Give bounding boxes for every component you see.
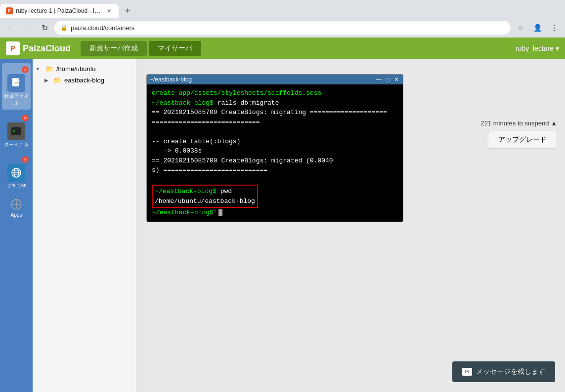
browser-icon-label: ブラウザ xyxy=(6,183,26,190)
tab-bar: P ruby-lecture-1 | PaizaCloud - Ins... ✕… xyxy=(0,0,565,18)
terminal-title: ~/eastback-blog xyxy=(150,76,373,83)
file-tree-eastback[interactable]: ▶ 📁 eastback-blog xyxy=(33,75,136,86)
back-button[interactable]: ← xyxy=(4,21,18,35)
new-tab-button[interactable]: + xyxy=(121,4,134,18)
file-tree-home[interactable]: ▾ 📁 /home/ubuntu xyxy=(33,63,136,75)
term-line-7: -> 0.0038s xyxy=(152,146,398,156)
paiza-logo-icon: P xyxy=(6,41,20,55)
terminal-icon-box: $_ xyxy=(7,122,25,140)
upgrade-button[interactable]: アップグレード xyxy=(488,131,557,149)
tree-expand-home: ▾ xyxy=(37,66,43,72)
tab-close-button[interactable]: ✕ xyxy=(105,7,113,15)
sidebar-item-terminal[interactable]: ✕ $_ ターミナル xyxy=(2,112,31,151)
file-icon-label: 新規ファイル xyxy=(4,93,29,107)
terminal-titlebar: ~/eastback-blog — □ ✕ xyxy=(147,75,403,84)
reload-button[interactable]: ↻ xyxy=(38,21,51,35)
new-server-button[interactable]: 新規サーバ作成 xyxy=(81,41,147,56)
sidebar-item-file[interactable]: ✕ 新規ファイル xyxy=(2,63,31,110)
file-tree: ▾ 📁 /home/ubuntu ▶ 📁 eastback-blog xyxy=(33,59,136,392)
term-line-2: ~/eastback-blog$ rails db:migrate xyxy=(152,98,398,108)
active-tab[interactable]: P ruby-lecture-1 | PaizaCloud - Ins... ✕ xyxy=(0,4,119,18)
menu-button[interactable]: ⋮ xyxy=(547,21,561,35)
eastback-folder-label: eastback-blog xyxy=(64,77,104,84)
suspend-text: 221 minutes to suspend ▲ xyxy=(480,119,557,127)
terminal-window: ~/eastback-blog — □ ✕ create app/assets/… xyxy=(146,74,403,222)
term-line-3: == 20210215085700 CreateBlogs: migrating… xyxy=(152,108,398,118)
folder-icon-home: 📁 xyxy=(45,65,53,73)
sidebar-icons: ✕ 新規ファイル ✕ $_ xyxy=(0,59,33,392)
apps-icon-box xyxy=(9,197,23,211)
logo-text: PaizaCloud xyxy=(23,43,71,54)
tab-title: ruby-lecture-1 | PaizaCloud - Ins... xyxy=(16,7,102,14)
user-label: ruby_lecture xyxy=(516,44,554,52)
term-cursor xyxy=(218,209,222,216)
term-line-11: ~/eastback-blog$ pwd xyxy=(155,187,255,196)
term-line-8: == 20210215085700 CreateBlogs: migrated … xyxy=(152,156,398,166)
address-bar: ← → ↻ 🔒 paiza.cloud/containers ☆ 👤 ⋮ xyxy=(0,18,565,38)
term-line-5 xyxy=(152,127,398,137)
my-server-button[interactable]: マイサーバ xyxy=(149,41,201,56)
term-line-9: s) =========================== xyxy=(152,165,398,175)
profile-icon[interactable]: 👤 xyxy=(530,21,544,35)
top-right-info: 221 minutes to suspend ▲ アップグレード xyxy=(473,117,565,152)
message-icon: ✉ xyxy=(462,368,472,376)
lock-icon: 🔒 xyxy=(60,24,68,31)
term-line-1: create app/assets/stylesheets/scaffolds.… xyxy=(152,88,398,98)
forward-button[interactable]: → xyxy=(21,21,35,35)
terminal-body[interactable]: create app/assets/stylesheets/scaffolds.… xyxy=(147,84,403,222)
term-highlight-block: ~/eastback-blog$ pwd /home/ubuntu/eastba… xyxy=(152,185,258,208)
close-browser-panel[interactable]: ✕ xyxy=(22,156,29,163)
folder-icon-eastback: 📁 xyxy=(53,77,61,84)
close-file-panel[interactable]: ✕ xyxy=(22,66,29,73)
paiza-logo: P PaizaCloud xyxy=(6,41,71,55)
paiza-header: P PaizaCloud 新規サーバ作成 マイサーバ ruby_lecture … xyxy=(0,38,565,59)
term-line-12: /home/ubuntu/eastback-blog xyxy=(155,196,255,206)
apps-icon-label: Apps xyxy=(11,212,22,218)
close-terminal-panel[interactable]: ✕ xyxy=(22,115,29,121)
terminal-minimize-button[interactable]: — xyxy=(375,76,382,83)
sidebar-item-browser[interactable]: ✕ ブラウザ xyxy=(2,153,31,193)
file-icon-box xyxy=(7,74,25,92)
main-content: ✕ 新規ファイル ✕ $_ xyxy=(0,59,565,392)
suspend-icon: ▲ xyxy=(551,119,557,127)
terminal-close-button[interactable]: ✕ xyxy=(393,76,400,83)
term-line-4: ============================ xyxy=(152,118,398,127)
logo-letter: P xyxy=(10,44,15,52)
star-icon[interactable]: ☆ xyxy=(514,21,527,35)
tree-expand-eastback: ▶ xyxy=(44,78,50,83)
tab-favicon: P xyxy=(6,7,13,14)
browser-icon-box xyxy=(7,164,25,182)
term-line-10 xyxy=(152,175,398,185)
message-button[interactable]: ✉ メッセージを残します xyxy=(452,361,555,382)
terminal-maximize-button[interactable]: □ xyxy=(384,76,391,83)
address-input[interactable]: 🔒 paiza.cloud/containers xyxy=(54,21,511,35)
address-text: paiza.cloud/containers xyxy=(71,24,505,32)
term-line-6: -- create_table(:blogs) xyxy=(152,137,398,147)
terminal-area: 221 minutes to suspend ▲ アップグレード ~/eastb… xyxy=(136,59,565,392)
message-button-label: メッセージを残します xyxy=(476,367,545,376)
home-folder-label: /home/ubuntu xyxy=(56,65,96,73)
term-line-13: ~/eastback-blog$ xyxy=(152,208,398,218)
terminal-icon-label: ターミナル xyxy=(4,141,29,148)
svg-text:$_: $_ xyxy=(13,129,18,134)
user-menu[interactable]: ruby_lecture ▾ xyxy=(516,44,559,52)
sidebar-item-apps[interactable]: Apps xyxy=(2,195,31,221)
dropdown-arrow: ▾ xyxy=(556,44,559,52)
